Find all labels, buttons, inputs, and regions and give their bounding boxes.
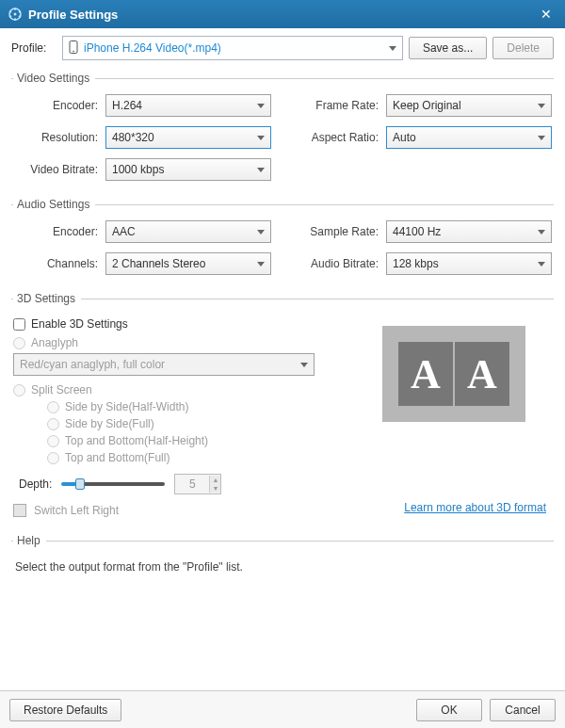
tb-half-radio: [47, 435, 59, 447]
help-legend: Help: [13, 534, 46, 547]
chevron-down-icon: [257, 104, 265, 108]
svg-point-9: [73, 50, 74, 52]
three-d-preview: A A: [382, 326, 525, 422]
dialog-footer: Restore Defaults OK Cancel: [0, 690, 565, 728]
depth-label: Depth:: [19, 477, 52, 491]
anaglyph-label: Anaglyph: [31, 336, 78, 349]
depth-spinner: 5 ▲▼: [174, 474, 221, 494]
channels-select[interactable]: 2 Channels Stereo: [105, 252, 271, 275]
tb-full-radio: [47, 452, 59, 464]
switch-lr-icon: [13, 504, 26, 517]
depth-value: 5: [175, 477, 209, 491]
tb-full-label: Top and Bottom(Full): [65, 451, 170, 464]
svg-point-1: [14, 13, 17, 16]
svg-point-4: [19, 15, 21, 17]
app-icon: [8, 7, 23, 22]
chevron-down-icon: [538, 136, 545, 140]
save-as-button[interactable]: Save as...: [409, 37, 487, 59]
profile-label: Profile:: [11, 41, 56, 55]
spin-up-icon: ▲: [209, 476, 220, 484]
frame-rate-select[interactable]: Keep Original: [386, 94, 552, 117]
split-screen-radio: [13, 384, 25, 396]
split-screen-label: Split Screen: [31, 383, 92, 396]
profile-select[interactable]: iPhone H.264 Video(*.mp4): [62, 36, 403, 60]
tb-half-label: Top and Bottom(Half-Height): [65, 434, 208, 447]
three-d-legend: 3D Settings: [13, 292, 81, 305]
audio-encoder-select[interactable]: AAC: [105, 220, 271, 243]
svg-point-2: [14, 8, 16, 9]
aspect-ratio-label: Aspect Ratio:: [294, 131, 386, 144]
window-title: Profile Settings: [28, 8, 535, 22]
slider-knob[interactable]: [75, 478, 85, 490]
svg-point-6: [9, 15, 11, 17]
phone-icon: [69, 40, 78, 57]
profile-row: Profile: iPhone H.264 Video(*.mp4) Save …: [11, 36, 554, 60]
video-settings-legend: Video Settings: [13, 72, 95, 85]
spin-down-icon: ▼: [209, 484, 220, 493]
audio-settings-legend: Audio Settings: [13, 198, 95, 211]
video-encoder-select[interactable]: H.264: [105, 94, 271, 117]
video-bitrate-select[interactable]: 1000 kbps: [105, 158, 271, 181]
ok-button[interactable]: OK: [416, 699, 482, 721]
svg-point-5: [14, 18, 16, 20]
chevron-down-icon: [257, 230, 265, 235]
chevron-down-icon: [257, 136, 265, 140]
channels-label: Channels:: [13, 257, 105, 270]
frame-rate-label: Frame Rate:: [294, 99, 386, 112]
chevron-down-icon: [257, 168, 265, 172]
depth-slider[interactable]: [61, 482, 165, 486]
sample-rate-select[interactable]: 44100 Hz: [386, 220, 552, 243]
chevron-down-icon: [300, 363, 308, 367]
help-text: Select the output format from the "Profi…: [13, 557, 552, 577]
sbs-half-label: Side by Side(Half-Width): [65, 400, 188, 413]
restore-defaults-button[interactable]: Restore Defaults: [9, 699, 121, 721]
help-group: Help Select the output format from the "…: [11, 534, 554, 577]
svg-point-3: [19, 10, 21, 12]
sbs-full-radio: [47, 418, 59, 430]
chevron-down-icon: [257, 262, 265, 267]
cancel-button[interactable]: Cancel: [490, 699, 556, 721]
aspect-ratio-select[interactable]: Auto: [386, 126, 552, 149]
three-d-settings-group: 3D Settings Enable 3D Settings A A Anagl…: [11, 292, 554, 517]
chevron-down-icon: [538, 104, 545, 108]
sample-rate-label: Sample Rate:: [294, 225, 386, 238]
anaglyph-radio: [13, 337, 25, 349]
audio-settings-group: Audio Settings Encoder: AAC Sample Rate:…: [11, 198, 554, 275]
profile-selected-text: iPhone H.264 Video(*.mp4): [84, 41, 389, 55]
preview-letter-left: A: [398, 342, 453, 406]
enable-3d-checkbox[interactable]: [13, 318, 25, 331]
audio-bitrate-label: Audio Bitrate:: [294, 257, 386, 270]
chevron-down-icon: [538, 230, 545, 235]
audio-bitrate-select[interactable]: 128 kbps: [386, 252, 552, 275]
switch-lr-label: Switch Left Right: [34, 504, 119, 517]
resolution-select[interactable]: 480*320: [105, 126, 271, 149]
chevron-down-icon: [538, 262, 545, 267]
resolution-label: Resolution:: [13, 131, 105, 144]
sbs-full-label: Side by Side(Full): [65, 417, 154, 430]
learn-more-3d-link[interactable]: Learn more about 3D format: [404, 501, 546, 514]
video-settings-group: Video Settings Encoder: H.264 Frame Rate…: [11, 72, 554, 181]
title-bar: Profile Settings ✕: [0, 0, 565, 28]
chevron-down-icon: [389, 46, 396, 51]
video-bitrate-label: Video Bitrate:: [13, 163, 105, 176]
anaglyph-type-select: Red/cyan anaglyph, full color: [13, 353, 315, 376]
svg-point-7: [9, 10, 11, 12]
sbs-half-radio: [47, 401, 59, 413]
video-encoder-label: Encoder:: [13, 99, 105, 112]
preview-letter-right: A: [455, 342, 509, 406]
close-icon[interactable]: ✕: [535, 3, 557, 25]
enable-3d-label: Enable 3D Settings: [31, 317, 128, 331]
delete-button: Delete: [492, 37, 554, 59]
audio-encoder-label: Encoder:: [13, 225, 105, 238]
dialog-body: Profile: iPhone H.264 Video(*.mp4) Save …: [0, 28, 565, 690]
